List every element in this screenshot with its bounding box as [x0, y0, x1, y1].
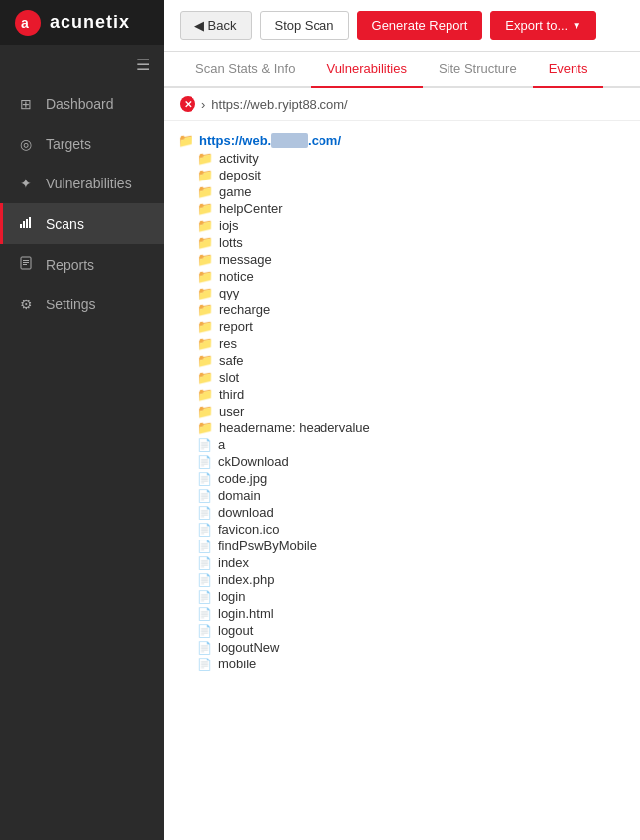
- tree-root-url[interactable]: https://web.████.com/: [199, 133, 341, 148]
- tree-folder-report: 📁 report: [178, 318, 626, 335]
- tree-folder-helpCenter: 📁 helpCenter: [178, 200, 626, 217]
- tree-folder-qyy: 📁 qyy: [178, 285, 626, 301]
- tree-wrapper: 📁 https://web.████.com/ 📁 activity 📁 dep…: [164, 121, 640, 840]
- tree-file-index-php: 📄 index.php: [178, 571, 626, 588]
- sidebar-item-dashboard-label: Dashboard: [46, 96, 114, 112]
- svg-rect-9: [23, 264, 27, 265]
- sidebar-item-reports[interactable]: Reports: [0, 244, 164, 285]
- sidebar-item-dashboard[interactable]: ⊞ Dashboard: [0, 84, 164, 124]
- tree-file-index: 📄 index: [178, 554, 626, 571]
- tree-file-login-html: 📄 login.html: [178, 605, 626, 622]
- tree-file-code-jpg: 📄 code.jpg: [178, 470, 626, 487]
- folder-icon: 📁: [197, 420, 213, 435]
- hamburger-icon: ☰: [136, 56, 150, 74]
- sidebar-item-scans-label: Scans: [46, 216, 84, 232]
- tab-events[interactable]: Events: [533, 52, 604, 88]
- tree-file-login: 📄 login: [178, 588, 626, 605]
- tree-folder-activity: 📁 activity: [178, 150, 626, 167]
- tab-scan-stats[interactable]: Scan Stats & Info: [180, 52, 311, 88]
- folder-icon: 📁: [197, 286, 213, 300]
- file-icon: 📄: [197, 607, 212, 621]
- tree-file-favicon-ico: 📄 favicon.ico: [178, 521, 626, 538]
- svg-rect-3: [23, 221, 25, 228]
- logo-area: a acunetix: [0, 0, 164, 45]
- tree-scroll-area[interactable]: 📁 https://web.████.com/ 📁 activity 📁 dep…: [164, 121, 640, 840]
- tree-folder-iojs: 📁 iojs: [178, 217, 626, 234]
- back-button[interactable]: ◀ Back: [180, 11, 252, 40]
- tree-file-logout: 📄 logout: [178, 622, 626, 639]
- file-icon: 📄: [197, 489, 212, 503]
- file-icon: 📄: [197, 590, 212, 604]
- folder-icon: 📁: [197, 336, 213, 351]
- vulnerabilities-icon: ✦: [18, 176, 34, 191]
- tree-folder-lotts: 📁 lotts: [178, 234, 626, 251]
- tab-vulnerabilities[interactable]: Vulnerabilities: [311, 52, 422, 88]
- scans-icon: [18, 215, 34, 232]
- sidebar-item-settings[interactable]: ⚙ Settings: [0, 285, 164, 324]
- folder-icon: 📁: [197, 387, 213, 402]
- folder-icon: 📁: [197, 353, 213, 368]
- tree-folder-res: 📁 res: [178, 335, 626, 352]
- folder-icon: 📁: [197, 319, 213, 334]
- tab-site-structure[interactable]: Site Structure: [423, 52, 533, 88]
- sidebar-item-settings-label: Settings: [46, 297, 96, 312]
- root-folder-icon: 📁: [178, 133, 193, 148]
- export-chevron-icon: ▼: [572, 20, 581, 31]
- settings-icon: ⚙: [18, 297, 34, 312]
- tree-folder-game: 📁 game: [178, 183, 626, 200]
- file-icon: 📄: [197, 472, 212, 486]
- sidebar: a acunetix ☰ ⊞ Dashboard ◎ Targets ✦ Vul…: [0, 0, 164, 840]
- export-button[interactable]: Export to... ▼: [490, 11, 596, 40]
- dashboard-icon: ⊞: [18, 96, 34, 112]
- tree-root: 📁 https://web.████.com/: [178, 131, 626, 150]
- tree-folder-headername: 📁 headername: headervalue: [178, 420, 626, 436]
- svg-rect-2: [20, 224, 22, 228]
- tree-folder-deposit: 📁 deposit: [178, 167, 626, 183]
- hamburger-menu[interactable]: ☰: [0, 45, 164, 84]
- tree-folder-message: 📁 message: [178, 251, 626, 268]
- folder-icon: 📁: [197, 168, 213, 182]
- file-icon: 📄: [197, 658, 212, 671]
- tree-folder-recharge: 📁 recharge: [178, 301, 626, 318]
- svg-rect-7: [23, 260, 29, 261]
- sidebar-item-targets[interactable]: ◎ Targets: [0, 124, 164, 164]
- tabs-bar: Scan Stats & Info Vulnerabilities Site S…: [164, 52, 640, 88]
- sidebar-nav: ⊞ Dashboard ◎ Targets ✦ Vulnerabilities …: [0, 84, 164, 840]
- acunetix-logo-icon: a: [14, 9, 42, 37]
- sidebar-item-vulnerabilities[interactable]: ✦ Vulnerabilities: [0, 164, 164, 203]
- reports-icon: [18, 256, 34, 273]
- sidebar-item-reports-label: Reports: [46, 257, 94, 273]
- tree-file-logoutNew: 📄 logoutNew: [178, 639, 626, 656]
- main-content: ◀ Back Stop Scan Generate Report Export …: [164, 0, 640, 840]
- tree-container: 📁 https://web.████.com/ 📁 activity 📁 dep…: [164, 121, 640, 682]
- tree-folder-third: 📁 third: [178, 386, 626, 403]
- file-icon: 📄: [197, 641, 212, 655]
- toolbar: ◀ Back Stop Scan Generate Report Export …: [164, 0, 640, 52]
- file-icon: 📄: [197, 573, 212, 587]
- generate-report-button[interactable]: Generate Report: [357, 11, 483, 40]
- error-icon: ✕: [180, 96, 195, 112]
- folder-icon: 📁: [197, 184, 213, 199]
- folder-icon: 📁: [197, 218, 213, 233]
- tree-file-findPswByMobile: 📄 findPswByMobile: [178, 538, 626, 554]
- breadcrumb-url: https://web.ryipt88.com/: [211, 97, 347, 112]
- sidebar-item-targets-label: Targets: [46, 136, 91, 152]
- logo-text: acunetix: [50, 12, 130, 33]
- file-icon: 📄: [197, 624, 212, 638]
- folder-icon: 📁: [197, 302, 213, 317]
- file-icon: 📄: [197, 540, 212, 553]
- sidebar-item-scans[interactable]: Scans: [0, 203, 164, 244]
- tree-file-ckDownload: 📄 ckDownload: [178, 453, 626, 470]
- folder-icon: 📁: [197, 269, 213, 284]
- stop-scan-button[interactable]: Stop Scan: [260, 11, 349, 40]
- file-icon: 📄: [197, 523, 212, 537]
- tree-file-a: 📄 a: [178, 436, 626, 453]
- tree-folder-slot: 📁 slot: [178, 369, 626, 386]
- file-icon: 📄: [197, 556, 212, 570]
- folder-icon: 📁: [197, 370, 213, 385]
- file-icon: 📄: [197, 455, 212, 469]
- svg-text:a: a: [21, 15, 29, 31]
- sidebar-item-vulnerabilities-label: Vulnerabilities: [46, 176, 132, 191]
- svg-rect-8: [23, 262, 29, 263]
- tree-folder-notice: 📁 notice: [178, 268, 626, 285]
